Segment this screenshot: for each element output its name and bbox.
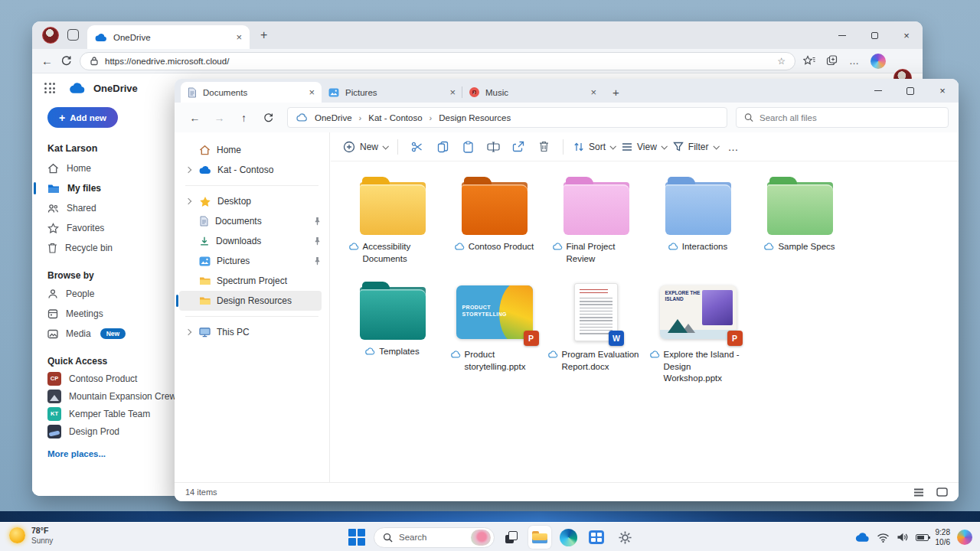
quick-access-mountain-expansion-crew[interactable]: Mountain Expansion Crew: [44, 387, 178, 405]
copilot-taskbar-icon[interactable]: [957, 530, 972, 545]
sidebar-item-meetings[interactable]: Meetings: [44, 304, 178, 324]
volume-icon[interactable]: [897, 532, 909, 543]
new-button[interactable]: New: [343, 141, 387, 153]
cut-button[interactable]: [408, 141, 426, 153]
browser-more-icon[interactable]: …: [849, 55, 860, 67]
folder-tile-final-project-review[interactable]: Final Project Review: [545, 177, 647, 265]
breadcrumb-onedrive[interactable]: OneDrive: [315, 113, 352, 122]
browser-refresh-button[interactable]: [60, 55, 72, 67]
sidebar-item-favorites[interactable]: Favorites: [44, 218, 178, 238]
browser-restore-button[interactable]: [858, 21, 890, 49]
task-view-button[interactable]: [500, 526, 523, 549]
nav-item-kat-contoso[interactable]: Kat - Contoso: [179, 160, 322, 180]
explorer-tab-documents[interactable]: Documents ×: [181, 82, 322, 103]
sidebar-item-my-files[interactable]: My files: [44, 178, 178, 198]
tab-close-icon[interactable]: ×: [309, 87, 315, 97]
breadcrumb-design-resources[interactable]: Design Resources: [439, 113, 511, 122]
tab-close-icon[interactable]: ×: [236, 32, 242, 42]
paste-button[interactable]: [459, 141, 477, 153]
sidebar-item-shared[interactable]: Shared: [44, 198, 178, 218]
filter-button[interactable]: Filter: [673, 142, 718, 152]
tab-close-icon[interactable]: ×: [590, 87, 596, 97]
nav-item-documents[interactable]: Documents: [179, 211, 322, 231]
nav-item-downloads[interactable]: Downloads: [179, 231, 322, 251]
onedrive-tray-icon[interactable]: [855, 532, 870, 543]
explorer-tab-music[interactable]: ♪ Music ×: [462, 82, 603, 103]
app-launcher-icon[interactable]: [44, 83, 55, 93]
edge-taskbar-button[interactable]: [557, 526, 580, 549]
file-tile-product-storytelling[interactable]: PRODUCT STORYTELLING P Product storytell…: [443, 282, 545, 385]
nav-item-this-pc[interactable]: This PC: [179, 322, 322, 342]
favorite-star-icon[interactable]: ☆: [777, 56, 786, 67]
sidebar-item-home[interactable]: Home: [44, 158, 178, 178]
browser-new-tab-button[interactable]: +: [260, 28, 267, 42]
sort-button[interactable]: Sort: [573, 142, 615, 152]
explorer-search-box[interactable]: [736, 107, 949, 128]
nav-item-home[interactable]: Home: [179, 140, 322, 160]
share-button[interactable]: [509, 141, 528, 152]
explorer-forward-button[interactable]: →: [209, 112, 230, 124]
rename-button[interactable]: [484, 142, 502, 152]
browser-close-button[interactable]: ×: [890, 21, 923, 49]
toolbar-more-button[interactable]: …: [728, 141, 740, 153]
favorites-icon[interactable]: [803, 55, 815, 67]
folder-tile-templates[interactable]: Templates: [341, 282, 443, 385]
folder-tile-accessibility-documents[interactable]: Accessibility Documents: [341, 177, 443, 265]
explorer-back-button[interactable]: ←: [185, 112, 205, 124]
breadcrumb-kat-contoso[interactable]: Kat - Contoso: [368, 113, 422, 122]
store-taskbar-button[interactable]: [585, 526, 608, 549]
taskbar-search-box[interactable]: [374, 527, 495, 548]
delete-button[interactable]: [534, 141, 553, 152]
explorer-close-button[interactable]: ×: [926, 79, 959, 103]
browser-minimize-button[interactable]: [826, 21, 858, 49]
sidebar-item-people[interactable]: People: [44, 284, 178, 304]
nav-item-design-resources[interactable]: Design Resources: [179, 291, 322, 311]
expand-chevron-icon[interactable]: [185, 329, 191, 335]
add-new-button[interactable]: +Add new: [47, 107, 118, 128]
folder-tile-sample-specs[interactable]: Sample Specs: [749, 177, 851, 265]
explorer-search-input[interactable]: [760, 113, 940, 122]
explorer-up-button[interactable]: ↑: [234, 112, 254, 124]
sidebar-item-media[interactable]: Media New: [44, 324, 178, 344]
nav-item-spectrum-project[interactable]: Spectrum Project: [179, 271, 322, 291]
folder-tile-contoso-product[interactable]: Contoso Product: [443, 177, 545, 265]
thumbnail-view-icon[interactable]: [936, 487, 948, 497]
file-explorer-taskbar-button[interactable]: [528, 526, 551, 549]
explorer-minimize-button[interactable]: [862, 79, 894, 103]
settings-taskbar-button[interactable]: [613, 526, 636, 549]
folder-tile-interactions[interactable]: Interactions: [647, 177, 749, 265]
site-info-icon[interactable]: [90, 56, 99, 66]
browser-tab-onedrive[interactable]: OneDrive ×: [87, 25, 250, 49]
nav-item-pictures[interactable]: Pictures: [179, 251, 322, 271]
explorer-maximize-button[interactable]: [894, 79, 926, 103]
copilot-icon[interactable]: [871, 54, 886, 69]
browser-back-button[interactable]: ←: [41, 54, 53, 67]
view-button[interactable]: View: [622, 142, 666, 152]
file-tile-program-evaluation-report[interactable]: W Program Evaluation Report.docx: [545, 282, 647, 385]
explorer-new-tab-button[interactable]: +: [612, 86, 619, 99]
nav-item-desktop[interactable]: Desktop: [179, 191, 322, 211]
tab-close-icon[interactable]: ×: [449, 87, 456, 97]
list-view-icon[interactable]: [913, 488, 924, 497]
tab-actions-icon[interactable]: [67, 29, 79, 41]
quick-access-contoso-product[interactable]: CP Contoso Product: [44, 370, 178, 387]
weather-widget[interactable]: 78°F Sunny: [9, 526, 53, 546]
browser-address-bar[interactable]: https://onedrive.microsoft.cloud/ ☆: [80, 52, 795, 70]
explorer-refresh-button[interactable]: [258, 112, 279, 123]
expand-chevron-icon[interactable]: [185, 167, 191, 173]
taskbar-search-input[interactable]: [399, 533, 460, 542]
browser-profile-avatar[interactable]: [42, 27, 59, 44]
more-places-link[interactable]: More places...: [47, 449, 178, 458]
quick-access-design-prod[interactable]: Design Prod: [44, 422, 178, 440]
tray-clock[interactable]: 9:28 10/6: [936, 527, 950, 548]
quick-access-kemper-table-team[interactable]: KT Kemper Table Team: [44, 405, 178, 422]
copy-button[interactable]: [433, 141, 452, 153]
expand-chevron-icon[interactable]: [185, 198, 191, 204]
battery-icon[interactable]: [916, 534, 929, 541]
collections-icon[interactable]: [826, 55, 838, 67]
explorer-tab-pictures[interactable]: Pictures ×: [322, 82, 462, 103]
start-button[interactable]: [345, 526, 368, 549]
breadcrumb[interactable]: OneDrive › Kat - Contoso › Design Resour…: [287, 107, 727, 128]
file-tile-explore-the-island[interactable]: EXPLORE THE ISLAND P Explore the Island …: [647, 282, 749, 385]
sidebar-item-recycle-bin[interactable]: Recycle bin: [44, 238, 178, 258]
